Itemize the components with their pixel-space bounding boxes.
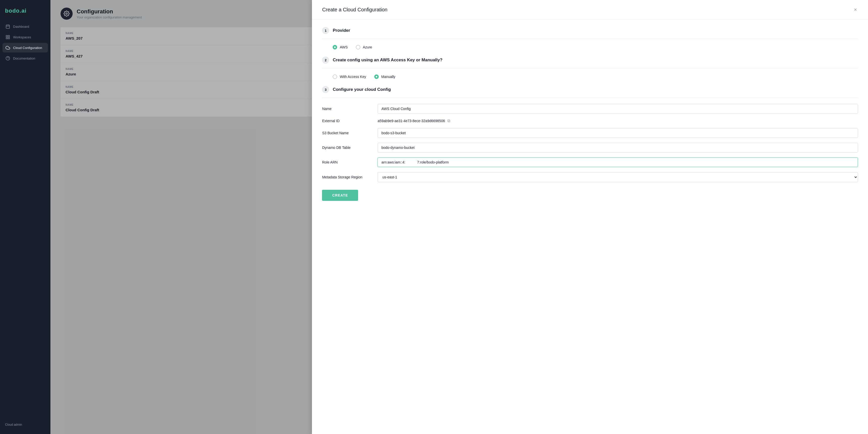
cloud-icon <box>5 46 10 50</box>
metadata-region-select[interactable]: us-east-1 us-west-1 us-west-2 eu-west-1 … <box>377 172 858 182</box>
step-3-title: Configure your cloud Config <box>333 87 391 92</box>
form-row-external-id: External ID a59ab9e9-ae31-4e73-8ece-32a9… <box>322 119 858 123</box>
sidebar-label-cloud-configuration: Cloud Configuration <box>13 46 42 50</box>
form-section: Name External ID a59ab9e9-ae31-4e73-8ece… <box>322 104 858 182</box>
modal-title: Create a Cloud Configuration <box>322 7 388 12</box>
external-id-container: a59ab9e9-ae31-4e73-8ece-32a9d6698506 ⧉ <box>377 119 858 123</box>
step-3-configure: 3 Configure your cloud Config Name Exter… <box>322 86 858 201</box>
svg-rect-7 <box>8 37 9 39</box>
step-1-title: Provider <box>333 28 350 33</box>
form-label-role-arn: Role ARN <box>322 160 377 164</box>
provider-radio-group: AWS Azure <box>322 45 858 50</box>
sidebar-item-workspaces[interactable]: Workspaces <box>2 32 48 42</box>
sidebar: bodo.ai Dashboard Workspaces Cloud Confi… <box>0 0 51 434</box>
form-label-external-id: External ID <box>322 119 377 123</box>
provider-azure-label: Azure <box>363 45 372 49</box>
help-icon <box>5 56 10 61</box>
sidebar-nav: Dashboard Workspaces Cloud Configuration… <box>0 22 51 421</box>
logo: bodo.ai <box>0 5 51 22</box>
form-row-s3: S3 Bucket Name <box>322 128 858 138</box>
form-row-dynamo: Dynamo DB Table <box>322 143 858 152</box>
provider-aws-option[interactable]: AWS <box>333 45 347 50</box>
modal: Create a Cloud Configuration × 1 Provide… <box>312 0 868 434</box>
step-2-divider <box>322 68 858 68</box>
form-label-dynamo: Dynamo DB Table <box>322 146 377 150</box>
method-manually-option[interactable]: Manually <box>374 75 395 79</box>
form-label-name: Name <box>322 107 377 111</box>
step-2-header: 2 Create config using an AWS Access Key … <box>322 57 858 64</box>
modal-header: Create a Cloud Configuration × <box>312 0 868 20</box>
sidebar-label-dashboard: Dashboard <box>13 25 29 29</box>
create-button[interactable]: CREATE <box>322 190 358 201</box>
provider-azure-radio[interactable] <box>356 45 360 50</box>
method-access-key-label: With Access Key <box>340 75 366 79</box>
method-manually-label: Manually <box>381 75 395 79</box>
calendar-icon <box>5 24 10 29</box>
form-row-role-arn: Role ARN <box>322 157 858 167</box>
method-access-key-radio[interactable] <box>333 75 337 79</box>
role-arn-input[interactable] <box>377 157 858 167</box>
main-content: Configuration Your organization configur… <box>51 0 868 434</box>
form-row-name: Name <box>322 104 858 114</box>
step-3-header: 3 Configure your cloud Config <box>322 86 858 93</box>
svg-rect-0 <box>6 25 9 29</box>
provider-aws-radio[interactable] <box>333 45 337 50</box>
step-2-number: 2 <box>322 57 329 64</box>
provider-azure-option[interactable]: Azure <box>356 45 372 50</box>
form-label-region: Metadata Storage Region <box>322 175 377 179</box>
step-1-provider: 1 Provider AWS Azure <box>322 27 858 50</box>
grid-icon <box>5 35 10 39</box>
sidebar-item-dashboard[interactable]: Dashboard <box>2 22 48 31</box>
modal-close-button[interactable]: × <box>853 6 858 13</box>
sidebar-item-cloud-configuration[interactable]: Cloud Configuration <box>2 43 48 53</box>
form-row-region: Metadata Storage Region us-east-1 us-wes… <box>322 172 858 182</box>
s3-bucket-input[interactable] <box>377 128 858 138</box>
method-manually-radio[interactable] <box>374 75 379 79</box>
step-3-number: 3 <box>322 86 329 93</box>
dynamo-db-input[interactable] <box>377 143 858 152</box>
sidebar-label-documentation: Documentation <box>13 57 35 60</box>
svg-rect-4 <box>6 35 7 36</box>
step-2-method: 2 Create config using an AWS Access Key … <box>322 57 858 79</box>
sidebar-item-documentation[interactable]: Documentation <box>2 54 48 63</box>
modal-overlay: Create a Cloud Configuration × 1 Provide… <box>51 0 868 434</box>
step-1-divider <box>322 38 858 39</box>
sidebar-label-workspaces: Workspaces <box>13 35 31 39</box>
logo-accent: .ai <box>20 7 27 14</box>
name-input[interactable] <box>377 104 858 114</box>
step-2-title: Create config using an AWS Access Key or… <box>333 58 442 63</box>
step-1-number: 1 <box>322 27 329 34</box>
logo-text: bodo <box>5 7 20 14</box>
method-access-key-option[interactable]: With Access Key <box>333 75 366 79</box>
step-1-header: 1 Provider <box>322 27 858 34</box>
method-radio-group: With Access Key Manually <box>322 75 858 79</box>
external-id-value: a59ab9e9-ae31-4e73-8ece-32a9d6698506 <box>377 119 445 123</box>
sidebar-bottom-user: Cloud admin <box>0 421 51 429</box>
svg-rect-5 <box>8 35 9 36</box>
copy-icon[interactable]: ⧉ <box>447 119 450 123</box>
svg-rect-6 <box>6 37 7 39</box>
provider-aws-label: AWS <box>340 45 347 49</box>
modal-body: 1 Provider AWS Azure <box>312 20 868 434</box>
form-label-s3: S3 Bucket Name <box>322 131 377 135</box>
